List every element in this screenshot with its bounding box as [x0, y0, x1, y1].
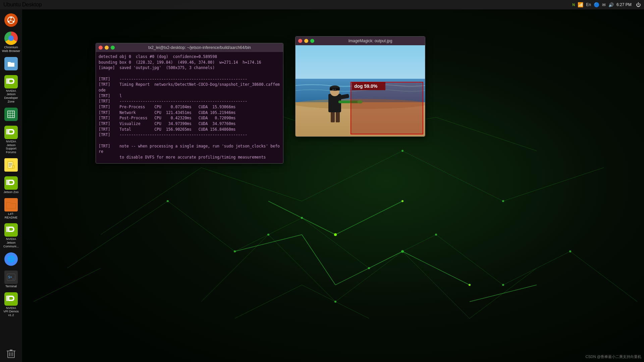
terminal-window[interactable]: tx2_lei@tx2-desktop: ~/jetson-inference/… — [96, 43, 283, 164]
sidebar-item-chromium[interactable]: Chromium Web Browser — [1, 30, 21, 54]
sidebar-item-l4t[interactable]: L4T-README — [1, 197, 21, 221]
terminal-line-11: [TRT] Post-Process CPU 0.42320ms CUDA 0.… — [99, 115, 280, 121]
terminal-line-3: [image] saved 'output.jpg' (500x375, 3 c… — [99, 65, 280, 71]
imagemagick-titlebar: ImageMagick: output.jpg — [296, 37, 425, 45]
sidebar: Chromium Web Browser NVIDIAJetsonDevelop… — [0, 9, 22, 362]
terminal-line-6: [TRT] Timing Report networks/DetectNet-C… — [99, 82, 280, 93]
svg-point-45 — [401, 250, 404, 253]
svg-point-33 — [167, 200, 169, 202]
svg-point-50 — [10, 17, 12, 18]
terminal-maximize-button[interactable] — [111, 46, 115, 50]
svg-rect-78 — [336, 111, 340, 122]
sidebar-item-jetson-zoo[interactable]: Jetson Zoo — [1, 175, 21, 195]
svg-point-48 — [469, 284, 471, 286]
clock: 6:27 PM — [616, 2, 633, 7]
terminal-line-12: [TRT] Visualize CPU 34.97390ms CUDA 34.9… — [99, 121, 280, 127]
svg-point-38 — [502, 284, 504, 286]
sidebar-item-nvidia-comm[interactable]: NVIDIAJetsonCommuni... — [1, 222, 21, 249]
imagemagick-title: ImageMagick: output.jpg — [318, 39, 422, 43]
svg-point-42 — [401, 150, 404, 152]
keyboard-layout-indicator[interactable]: En — [586, 2, 591, 7]
sidebar-label-jetson-zoo: Jetson Zoo — [4, 190, 19, 194]
sidebar-item-vpi[interactable]: NVIDIAVPI Demosv1.2 — [1, 291, 21, 318]
terminal-line-7: [TRT] l — [99, 93, 280, 99]
topbar: Ubuntu Desktop N 📶 En 🔵 ✉ 🔊 6:27 PM ⏻ — [0, 0, 644, 9]
sidebar-label-terminal: Terminal — [5, 285, 17, 288]
sidebar-item-files[interactable] — [1, 56, 21, 72]
svg-text:$>_: $>_ — [8, 275, 14, 279]
terminal-line-13: [TRT] Total CPU 156.90265ms CUDA 156.848… — [99, 127, 280, 132]
terminal-line-18 — [99, 160, 280, 163]
terminal-titlebar: tx2_lei@tx2-desktop: ~/jetson-inference/… — [96, 43, 283, 52]
topbar-title: Ubuntu Desktop — [3, 2, 42, 8]
svg-point-36 — [368, 267, 370, 269]
svg-text:dog 59.0%: dog 59.0% — [354, 83, 378, 89]
imagemagick-maximize-button[interactable] — [310, 39, 314, 43]
sidebar-item-launcher[interactable] — [1, 12, 21, 29]
imagemagick-window[interactable]: ImageMagick: output.jpg — [295, 36, 425, 137]
terminal-line-10: [TRT] Network CPU 121.43451ms CUDA 105.2… — [99, 110, 280, 116]
imagemagick-minimize-button[interactable] — [304, 39, 308, 43]
svg-point-35 — [301, 217, 303, 219]
terminal-line-14: [TRT] ----------------------------------… — [99, 132, 280, 138]
terminal-line-5: [TRT] ----------------------------------… — [99, 76, 280, 82]
sidebar-label-vpi: NVIDIAVPI Demosv1.2 — [3, 306, 19, 317]
mail-icon[interactable]: ✉ — [602, 2, 606, 7]
sidebar-item-calc[interactable] — [1, 106, 21, 123]
svg-rect-77 — [331, 111, 335, 122]
svg-point-51 — [13, 21, 14, 22]
sidebar-label-nvidia-comm: NVIDIAJetsonCommuni... — [3, 237, 19, 248]
volume-icon[interactable]: 🔊 — [608, 2, 614, 7]
sidebar-item-chromium2[interactable]: 🌐 — [1, 251, 21, 268]
terminal-line-16: [TRT] note -- when processing a single i… — [99, 143, 280, 155]
sidebar-label-l4t: L4T-README — [5, 212, 18, 220]
svg-point-40 — [267, 234, 269, 236]
power-icon[interactable]: ⏻ — [636, 2, 641, 7]
imagemagick-image-area: ELT dog 59.0% — [296, 45, 425, 136]
terminal-line-2: bounding box 0 (228.32, 199.84) (499.46,… — [99, 60, 280, 65]
terminal-minimize-button[interactable] — [105, 46, 109, 50]
svg-point-46 — [334, 233, 337, 236]
imagemagick-close-button[interactable] — [298, 39, 302, 43]
terminal-line-17: to disable DVFS for more accurate profil… — [99, 155, 280, 160]
terminal-line-4 — [99, 71, 280, 76]
wifi-icon[interactable]: 📶 — [578, 2, 583, 7]
terminal-close-button[interactable] — [99, 46, 103, 50]
sidebar-item-sticky[interactable] — [1, 157, 21, 174]
terminal-title: tx2_lei@tx2-desktop: ~/jetson-inference/… — [119, 45, 280, 50]
topbar-right: N 📶 En 🔵 ✉ 🔊 6:27 PM ⏻ — [572, 2, 641, 7]
svg-point-41 — [334, 301, 336, 303]
terminal-line-15 — [99, 138, 280, 143]
svg-text:ELT: ELT — [332, 88, 336, 91]
sidebar-item-nvidia-dev[interactable]: NVIDIAJetsonDeveloperZone — [1, 74, 21, 105]
terminal-line-1: detected obj 0 class #0 (dog) confidence… — [99, 54, 280, 60]
desktop: Ubuntu Desktop N 📶 En 🔵 ✉ 🔊 6:27 PM ⏻ — [0, 0, 644, 362]
svg-point-52 — [8, 21, 9, 22]
svg-point-43 — [502, 200, 504, 202]
svg-point-34 — [234, 250, 236, 252]
bluetooth-icon[interactable]: 🔵 — [594, 2, 599, 7]
sidebar-item-terminal[interactable]: $>_ Terminal — [1, 269, 21, 290]
terminal-line-9: [TRT] Pre-Process CPU 0.07104ms CUDA 15.… — [99, 104, 280, 110]
svg-point-37 — [435, 234, 437, 236]
svg-point-39 — [569, 250, 571, 252]
sidebar-label-chromium: Chromium Web Browser — [2, 46, 20, 53]
sidebar-label-nvidia-dev: NVIDIAJetsonDeveloperZone — [4, 89, 18, 104]
svg-rect-56 — [8, 111, 14, 118]
terminal-line-8: [TRT] ----------------------------------… — [99, 99, 280, 104]
watermark: CSDN @鲁棒最小二乘支持向量机 — [586, 354, 641, 359]
sidebar-item-nvidia-support[interactable]: NVIDIAJetsonSupportForums — [1, 124, 21, 156]
svg-marker-65 — [12, 166, 14, 168]
output-image: ELT dog 59.0% — [296, 45, 425, 136]
nvidia-tray-icon[interactable]: N — [572, 3, 575, 7]
terminal-body[interactable]: detected obj 0 class #0 (dog) confidence… — [96, 52, 283, 163]
svg-line-55 — [9, 20, 11, 21]
watermark-text: CSDN @鲁棒最小二乘支持向量机 — [586, 355, 641, 359]
svg-point-47 — [401, 200, 404, 202]
sidebar-label-nvidia-support: NVIDIAJetsonSupportForums — [6, 140, 16, 154]
sidebar-item-trash[interactable] — [1, 345, 21, 362]
